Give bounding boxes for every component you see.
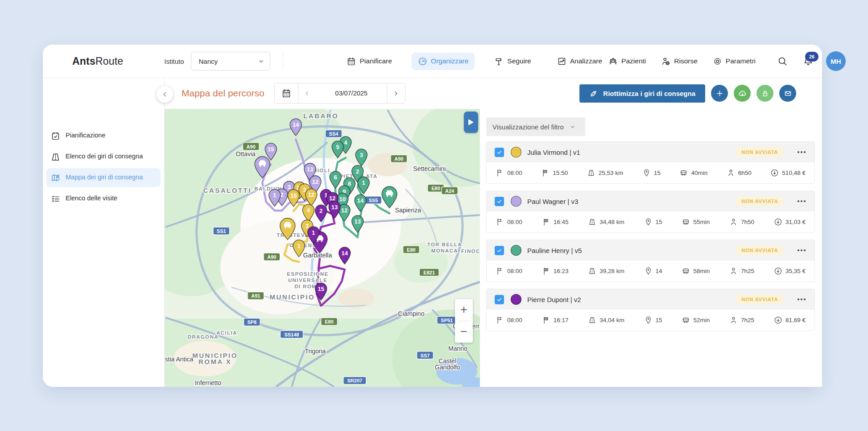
collapse-sidebar-button[interactable] [157,86,173,103]
zoom-out-button[interactable]: − [455,321,473,343]
svg-text:12: 12 [341,207,347,214]
route-stat-flag-start: 08:00 [496,267,522,275]
svg-text:E821: E821 [423,270,435,275]
svg-text:SS7: SS7 [421,353,430,358]
map-label: Ciampino [398,310,424,317]
route-menu-button[interactable] [797,247,806,254]
search-button[interactable] [777,56,788,66]
flag-finish-icon [541,169,550,177]
route-stat-vehicle: 40min [679,169,707,177]
route-stat-pin: 15 [644,316,662,324]
route-checkbox[interactable] [495,295,504,304]
navbar-right: Pazienti Risorse Parametri 26 MH [608,51,846,71]
road-icon [588,218,596,226]
svg-text:1: 1 [362,179,365,186]
pin-icon [644,267,653,275]
app-logo[interactable]: AntsRoute [55,54,123,68]
add-route-button[interactable] [711,85,728,102]
road-list-icon [51,152,60,162]
route-menu-button[interactable] [797,149,806,156]
notification-count-badge: 26 [805,52,818,62]
route-stat-pin: 15 [644,218,662,226]
route-menu-button[interactable] [797,198,806,205]
rocket-icon [589,89,598,98]
svg-text:4: 4 [307,207,310,214]
svg-text:A90: A90 [247,144,256,149]
svg-text:5: 5 [336,144,339,150]
map-label: CASALOTTI [203,186,252,194]
route-card-header: Julia Virmond | v1 NON AVVIATA [487,142,814,162]
play-triangle-icon [468,119,474,126]
tab-analizzare[interactable]: Analizzare [551,53,608,70]
sidebar-item-elenco-visite[interactable]: Elenco delle visite [46,189,161,208]
divider [283,53,283,70]
current-date[interactable]: 03/07/2025 [316,83,387,103]
chevron-down-icon [569,124,576,130]
user-avatar[interactable]: MH [826,51,846,71]
route-stat-flag-finish: 16:17 [542,316,569,324]
route-map[interactable]: LABAROOttaviaSettecaminiCASALOTTIPARIOLI… [165,109,480,387]
svg-text:15: 15 [318,286,324,292]
calendar-picker-button[interactable] [275,83,298,103]
route-card-julia: Julia Virmond | v1 NON AVVIATA 08:0015:5… [486,141,815,184]
page-title: Mappa del percorso [182,88,265,99]
checklist-icon [51,194,60,203]
reoptimize-button[interactable]: Riottimizza i giri di consegna [579,84,705,103]
svg-text:3: 3 [306,223,309,229]
gauge-icon [418,57,427,66]
institute-select[interactable]: Nancy [191,52,270,70]
brand-name: AntsRoute [72,55,123,67]
driver-name: Pierre Dupont | v2 [527,296,736,303]
tab-organizzare[interactable]: Organizzare [412,53,475,70]
svg-text:12: 12 [329,195,335,202]
tab-pianificare[interactable]: Pianificare [340,53,398,70]
sidebar-item-elenco-giri[interactable]: Elenco dei giri di consegna [46,147,161,166]
svg-text:14: 14 [341,250,348,257]
link-pazienti[interactable]: Pazienti [608,53,646,70]
driver-name: Pauline Henry | v5 [527,247,736,254]
route-menu-button[interactable] [797,296,806,303]
route-checkbox[interactable] [495,148,504,157]
svg-text:SS4: SS4 [329,131,339,137]
route-status-badge: NON AVVIATA [736,147,783,157]
svg-text:14: 14 [293,121,299,128]
send-email-button[interactable] [779,85,796,102]
route-stat-road: 34,04 km [588,316,624,324]
svg-text:2: 2 [280,191,283,198]
route-stat-pin: 15 [642,169,661,177]
main-nav: Pianificare Organizzare Seguire Analizza… [340,53,608,70]
flag-finish-icon [542,218,550,226]
route-stat-cost: 35,35 € [774,267,806,275]
notifications-button[interactable]: 26 [803,56,814,66]
route-stat-pin: 14 [644,267,662,275]
svg-text:SP8: SP8 [247,319,256,325]
svg-text:10: 10 [339,196,346,203]
map-label: Marino [448,345,467,352]
sidebar-item-mappa-giri[interactable]: Mappa dei giri di consegna [46,168,161,187]
pin-icon [644,316,653,324]
zoom-in-button[interactable]: + [455,299,473,321]
svg-text:1: 1 [298,243,301,249]
previous-day-button[interactable] [298,83,316,103]
svg-text:3: 3 [360,152,363,158]
driver-name: Julia Virmond | v1 [527,149,736,156]
filter-view-dropdown[interactable]: Visualizzazione del filtro [486,117,585,136]
expand-panel-button[interactable] [464,112,478,133]
route-checkbox[interactable] [495,246,504,255]
map-label: Settecamini [413,165,446,172]
link-parametri[interactable]: Parametri [713,53,756,70]
link-risorse[interactable]: Risorse [661,53,698,70]
svg-text:8: 8 [348,180,351,187]
tab-seguire[interactable]: Seguire [488,53,537,70]
svg-text:SS1: SS1 [217,228,226,234]
flag-finish-icon [542,267,550,275]
lock-button[interactable] [756,85,773,102]
sidebar-item-pianificazione[interactable]: Pianificazione [46,126,161,145]
vehicle-icon [682,267,690,275]
institute-value: Nancy [198,58,218,65]
route-stat-flag-start: 08:00 [496,218,522,226]
next-day-button[interactable] [387,83,405,103]
route-checkbox[interactable] [495,197,504,206]
route-stat-road: 34,48 km [588,218,624,226]
cloud-download-button[interactable] [734,85,751,102]
